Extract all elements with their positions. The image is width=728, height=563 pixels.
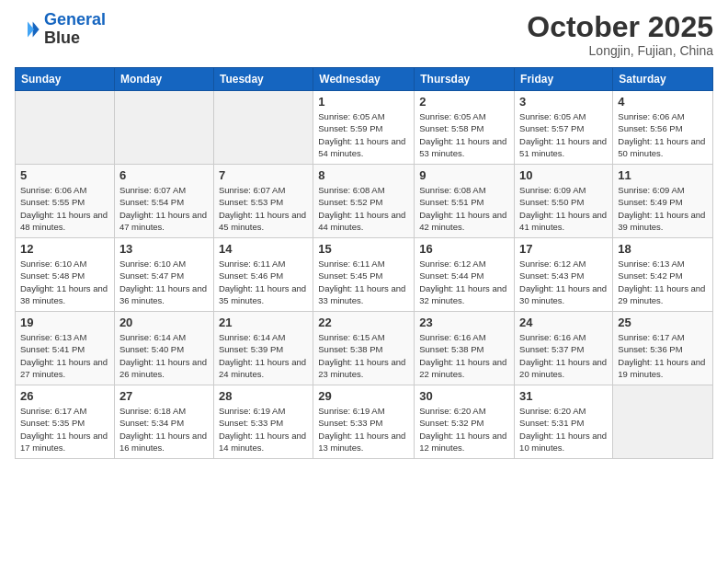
day-number: 30 bbox=[419, 389, 509, 403]
day-number: 8 bbox=[318, 168, 409, 182]
calendar-page: General Blue October 2025 Longjin, Fujia… bbox=[0, 0, 728, 563]
day-info: Sunrise: 6:19 AM Sunset: 5:33 PM Dayligh… bbox=[219, 405, 308, 454]
day-info: Sunrise: 6:05 AM Sunset: 5:59 PM Dayligh… bbox=[318, 110, 409, 159]
calendar-cell: 3Sunrise: 6:05 AM Sunset: 5:57 PM Daylig… bbox=[515, 91, 613, 165]
day-number: 20 bbox=[119, 316, 209, 329]
calendar-cell: 22Sunrise: 6:15 AM Sunset: 5:38 PM Dayli… bbox=[313, 312, 415, 385]
weekday-row: SundayMondayTuesdayWednesdayThursdayFrid… bbox=[16, 68, 713, 91]
calendar-cell: 9Sunrise: 6:08 AM Sunset: 5:51 PM Daylig… bbox=[415, 165, 515, 238]
logo-line2: Blue bbox=[44, 29, 106, 48]
calendar-cell: 14Sunrise: 6:11 AM Sunset: 5:46 PM Dayli… bbox=[213, 238, 313, 312]
day-info: Sunrise: 6:17 AM Sunset: 5:36 PM Dayligh… bbox=[618, 331, 708, 380]
day-info: Sunrise: 6:07 AM Sunset: 5:53 PM Dayligh… bbox=[219, 184, 308, 233]
calendar-cell: 18Sunrise: 6:13 AM Sunset: 5:42 PM Dayli… bbox=[613, 238, 713, 312]
weekday-header: Sunday bbox=[16, 68, 115, 91]
day-info: Sunrise: 6:11 AM Sunset: 5:45 PM Dayligh… bbox=[318, 258, 409, 306]
day-info: Sunrise: 6:12 AM Sunset: 5:43 PM Dayligh… bbox=[519, 258, 608, 306]
day-number: 31 bbox=[519, 389, 608, 403]
calendar-cell: 26Sunrise: 6:17 AM Sunset: 5:35 PM Dayli… bbox=[16, 385, 115, 459]
day-number: 9 bbox=[419, 168, 509, 182]
calendar-cell: 15Sunrise: 6:11 AM Sunset: 5:45 PM Dayli… bbox=[313, 238, 415, 312]
page-header: General Blue October 2025 Longjin, Fujia… bbox=[15, 11, 713, 58]
calendar-cell bbox=[613, 385, 713, 459]
calendar-cell: 12Sunrise: 6:10 AM Sunset: 5:48 PM Dayli… bbox=[16, 238, 115, 312]
logo-line1: General bbox=[44, 10, 106, 29]
day-number: 23 bbox=[419, 316, 509, 329]
calendar-cell: 21Sunrise: 6:14 AM Sunset: 5:39 PM Dayli… bbox=[213, 312, 313, 385]
day-number: 26 bbox=[20, 389, 109, 403]
calendar-cell: 2Sunrise: 6:05 AM Sunset: 5:58 PM Daylig… bbox=[415, 91, 515, 165]
calendar-cell: 16Sunrise: 6:12 AM Sunset: 5:44 PM Dayli… bbox=[415, 238, 515, 312]
calendar-cell bbox=[213, 91, 313, 165]
day-info: Sunrise: 6:10 AM Sunset: 5:48 PM Dayligh… bbox=[20, 258, 109, 306]
day-number: 29 bbox=[318, 389, 409, 403]
weekday-header: Friday bbox=[515, 68, 613, 91]
day-number: 17 bbox=[519, 242, 608, 256]
day-number: 27 bbox=[119, 389, 209, 403]
day-number: 25 bbox=[618, 316, 708, 329]
calendar-week-row: 5Sunrise: 6:06 AM Sunset: 5:55 PM Daylig… bbox=[16, 165, 713, 238]
weekday-header: Monday bbox=[114, 68, 213, 91]
weekday-header: Tuesday bbox=[213, 68, 313, 91]
location: Longjin, Fujian, China bbox=[527, 43, 713, 58]
calendar-cell: 4Sunrise: 6:06 AM Sunset: 5:56 PM Daylig… bbox=[613, 91, 713, 165]
calendar-cell: 29Sunrise: 6:19 AM Sunset: 5:33 PM Dayli… bbox=[313, 385, 415, 459]
day-info: Sunrise: 6:20 AM Sunset: 5:31 PM Dayligh… bbox=[519, 405, 608, 454]
day-info: Sunrise: 6:09 AM Sunset: 5:49 PM Dayligh… bbox=[618, 184, 708, 233]
day-info: Sunrise: 6:09 AM Sunset: 5:50 PM Dayligh… bbox=[519, 184, 608, 233]
day-number: 1 bbox=[318, 95, 409, 109]
day-number: 7 bbox=[219, 168, 308, 182]
day-number: 22 bbox=[318, 316, 409, 329]
day-info: Sunrise: 6:16 AM Sunset: 5:37 PM Dayligh… bbox=[519, 331, 608, 380]
day-number: 6 bbox=[119, 168, 209, 182]
calendar-cell: 8Sunrise: 6:08 AM Sunset: 5:52 PM Daylig… bbox=[313, 165, 415, 238]
day-number: 13 bbox=[119, 242, 209, 256]
day-number: 3 bbox=[519, 95, 608, 109]
calendar-cell: 30Sunrise: 6:20 AM Sunset: 5:32 PM Dayli… bbox=[415, 385, 515, 459]
day-number: 11 bbox=[618, 168, 708, 182]
calendar-cell bbox=[16, 91, 115, 165]
day-info: Sunrise: 6:13 AM Sunset: 5:42 PM Dayligh… bbox=[618, 258, 708, 306]
calendar-week-row: 12Sunrise: 6:10 AM Sunset: 5:48 PM Dayli… bbox=[16, 238, 713, 312]
day-info: Sunrise: 6:08 AM Sunset: 5:52 PM Dayligh… bbox=[318, 184, 409, 233]
day-number: 14 bbox=[219, 242, 308, 256]
day-info: Sunrise: 6:14 AM Sunset: 5:40 PM Dayligh… bbox=[119, 331, 209, 380]
day-info: Sunrise: 6:18 AM Sunset: 5:34 PM Dayligh… bbox=[119, 405, 209, 454]
day-info: Sunrise: 6:08 AM Sunset: 5:51 PM Dayligh… bbox=[419, 184, 509, 233]
calendar-cell: 31Sunrise: 6:20 AM Sunset: 5:31 PM Dayli… bbox=[515, 385, 613, 459]
day-number: 10 bbox=[519, 168, 608, 182]
day-number: 12 bbox=[20, 242, 109, 256]
calendar-cell: 5Sunrise: 6:06 AM Sunset: 5:55 PM Daylig… bbox=[16, 165, 115, 238]
calendar-table: SundayMondayTuesdayWednesdayThursdayFrid… bbox=[15, 67, 713, 459]
calendar-cell: 20Sunrise: 6:14 AM Sunset: 5:40 PM Dayli… bbox=[114, 312, 213, 385]
day-info: Sunrise: 6:16 AM Sunset: 5:38 PM Dayligh… bbox=[419, 331, 509, 380]
weekday-header: Thursday bbox=[415, 68, 515, 91]
calendar-week-row: 26Sunrise: 6:17 AM Sunset: 5:35 PM Dayli… bbox=[16, 385, 713, 459]
day-info: Sunrise: 6:10 AM Sunset: 5:47 PM Dayligh… bbox=[119, 258, 209, 306]
day-info: Sunrise: 6:05 AM Sunset: 5:57 PM Dayligh… bbox=[519, 110, 608, 159]
day-info: Sunrise: 6:12 AM Sunset: 5:44 PM Dayligh… bbox=[419, 258, 509, 306]
day-info: Sunrise: 6:06 AM Sunset: 5:55 PM Dayligh… bbox=[20, 184, 109, 233]
calendar-week-row: 1Sunrise: 6:05 AM Sunset: 5:59 PM Daylig… bbox=[16, 91, 713, 165]
day-info: Sunrise: 6:07 AM Sunset: 5:54 PM Dayligh… bbox=[119, 184, 209, 233]
day-number: 16 bbox=[419, 242, 509, 256]
calendar-cell: 17Sunrise: 6:12 AM Sunset: 5:43 PM Dayli… bbox=[515, 238, 613, 312]
month-title: October 2025 bbox=[527, 11, 713, 43]
calendar-cell: 19Sunrise: 6:13 AM Sunset: 5:41 PM Dayli… bbox=[16, 312, 115, 385]
calendar-cell: 23Sunrise: 6:16 AM Sunset: 5:38 PM Dayli… bbox=[415, 312, 515, 385]
day-number: 19 bbox=[20, 316, 109, 329]
day-info: Sunrise: 6:05 AM Sunset: 5:58 PM Dayligh… bbox=[419, 110, 509, 159]
calendar-cell: 1Sunrise: 6:05 AM Sunset: 5:59 PM Daylig… bbox=[313, 91, 415, 165]
calendar-week-row: 19Sunrise: 6:13 AM Sunset: 5:41 PM Dayli… bbox=[16, 312, 713, 385]
calendar-cell: 7Sunrise: 6:07 AM Sunset: 5:53 PM Daylig… bbox=[213, 165, 313, 238]
calendar-cell: 10Sunrise: 6:09 AM Sunset: 5:50 PM Dayli… bbox=[515, 165, 613, 238]
calendar-cell: 28Sunrise: 6:19 AM Sunset: 5:33 PM Dayli… bbox=[213, 385, 313, 459]
day-number: 21 bbox=[219, 316, 308, 329]
day-number: 4 bbox=[618, 95, 708, 109]
day-info: Sunrise: 6:17 AM Sunset: 5:35 PM Dayligh… bbox=[20, 405, 109, 454]
calendar-cell: 6Sunrise: 6:07 AM Sunset: 5:54 PM Daylig… bbox=[114, 165, 213, 238]
calendar-cell bbox=[114, 91, 213, 165]
day-info: Sunrise: 6:20 AM Sunset: 5:32 PM Dayligh… bbox=[419, 405, 509, 454]
day-number: 2 bbox=[419, 95, 509, 109]
calendar-cell: 25Sunrise: 6:17 AM Sunset: 5:36 PM Dayli… bbox=[613, 312, 713, 385]
